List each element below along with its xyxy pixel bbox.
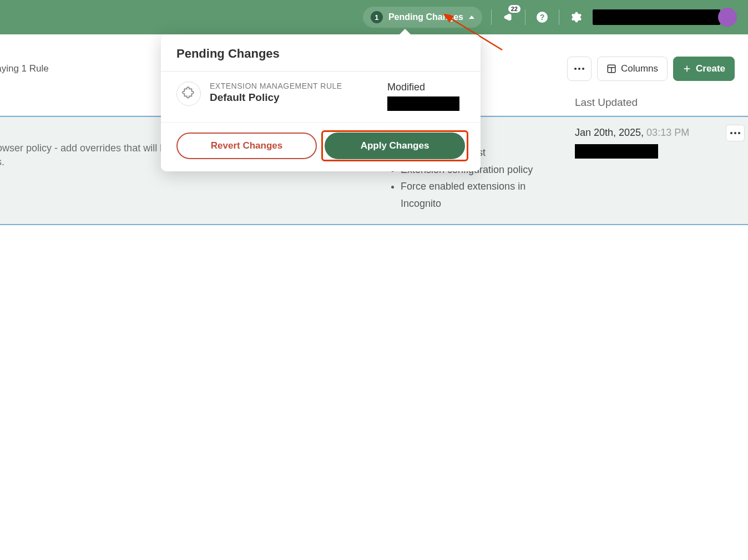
list-item: Force enabled extensions in Incognito <box>401 178 566 212</box>
avatar[interactable] <box>718 8 737 27</box>
settings-button[interactable] <box>568 9 584 25</box>
popover-item-meta: EXTENSION MANAGEMENT RULE Default Policy <box>210 82 378 104</box>
redacted-user-info <box>593 9 720 25</box>
display-count: playing 1 Rule <box>0 63 49 74</box>
divider <box>559 9 559 25</box>
popover-title: Pending Changes <box>176 47 465 61</box>
create-button[interactable]: Create <box>673 57 735 81</box>
dots-horizontal-icon <box>574 68 584 70</box>
divider <box>525 9 525 25</box>
header-last-updated: Last Updated <box>566 96 735 109</box>
help-button[interactable]: ? <box>534 9 550 25</box>
create-label: Create <box>696 63 725 74</box>
redacted-timestamp <box>387 96 459 111</box>
more-actions-button[interactable] <box>567 57 592 81</box>
popover-item-name: Default Policy <box>210 91 378 104</box>
cell-updated: Jan 20th, 2025, 03:13 PM <box>566 127 735 212</box>
popover-item-type: EXTENSION MANAGEMENT RULE <box>210 82 378 90</box>
extension-icon <box>176 82 201 106</box>
announcements-icon[interactable]: 22 <box>501 9 516 25</box>
announcements-badge: 22 <box>508 5 520 13</box>
row-more-button[interactable] <box>726 125 745 141</box>
gear-icon <box>570 11 582 23</box>
pending-changes-popover: Pending Changes EXTENSION MANAGEMENT RUL… <box>161 34 481 171</box>
updated-time: 03:13 PM <box>646 127 689 138</box>
apply-changes-label: Apply Changes <box>361 140 429 151</box>
popover-actions: Revert Changes Apply Changes <box>161 123 481 171</box>
dots-horizontal-icon <box>730 132 740 134</box>
help-icon: ? <box>535 11 549 24</box>
columns-label: Columns <box>621 63 658 74</box>
plus-icon <box>683 64 691 73</box>
megaphone-icon <box>502 11 514 23</box>
redacted-author <box>575 144 658 159</box>
popover-item: EXTENSION MANAGEMENT RULE Default Policy… <box>161 72 481 123</box>
popover-header: Pending Changes <box>161 34 481 72</box>
updated-date: Jan 20th, 2025, <box>575 127 646 138</box>
toolbar-actions: Columns Create <box>567 57 735 81</box>
status-label: Modified <box>387 82 465 93</box>
svg-text:?: ? <box>540 13 545 22</box>
popover-item-status: Modified <box>387 82 465 111</box>
divider <box>491 9 492 25</box>
columns-icon <box>607 64 616 74</box>
chevron-up-icon <box>469 16 474 19</box>
columns-button[interactable]: Columns <box>597 57 668 81</box>
pending-label: Pending Changes <box>388 12 463 22</box>
pending-changes-pill[interactable]: 1 Pending Changes <box>363 7 482 28</box>
apply-changes-button[interactable]: Apply Changes <box>325 133 465 159</box>
revert-changes-button[interactable]: Revert Changes <box>176 133 317 159</box>
app-header: 1 Pending Changes 22 ? <box>0 0 748 34</box>
pending-count-badge: 1 <box>371 11 383 23</box>
puzzle-icon <box>181 86 196 101</box>
